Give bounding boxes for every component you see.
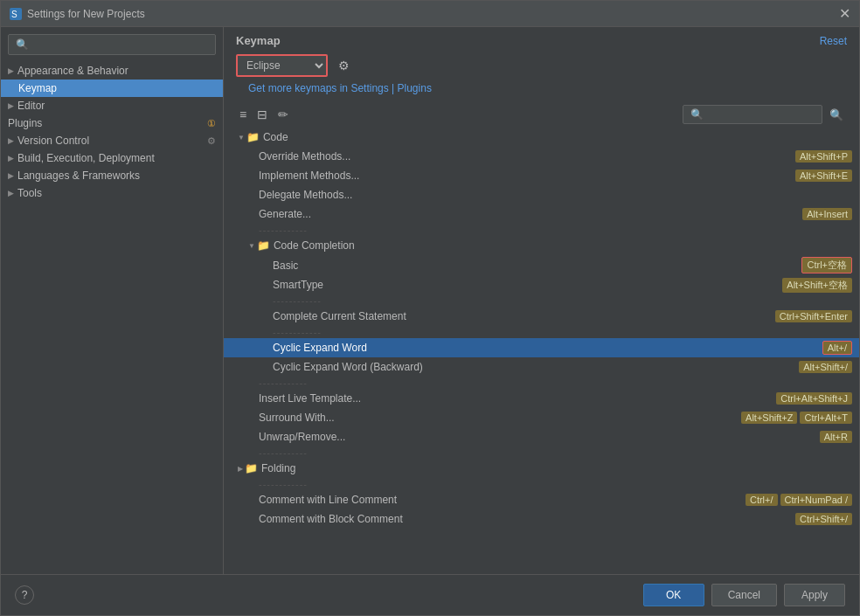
- tree-node-basic[interactable]: Basic Ctrl+空格: [224, 255, 859, 275]
- edit-shortcut-button[interactable]: ✏: [274, 106, 292, 123]
- node-label: Code: [263, 131, 852, 143]
- keymap-select-wrapper: Eclipse Default Emacs Sublime Text: [236, 54, 328, 77]
- sidebar-item-label: Tools: [17, 187, 42, 199]
- node-label: Insert Live Template...: [259, 392, 776, 405]
- node-label: Code Completion: [274, 239, 852, 252]
- reset-button[interactable]: Reset: [820, 35, 847, 47]
- node-label: Comment with Block Comment: [259, 513, 795, 525]
- expand-all-button[interactable]: ≡: [236, 106, 250, 123]
- expand-arrow-icon: ▼: [238, 134, 245, 142]
- shortcut-tags: Alt+R: [820, 431, 852, 443]
- sidebar-search-input[interactable]: [8, 34, 216, 55]
- expand-arrow-icon: ▶: [8, 189, 14, 197]
- vcs-settings-icon: ⚙: [207, 135, 216, 147]
- keymap-title: Keymap: [236, 34, 281, 47]
- shortcut-tags: Ctrl+Alt+Shift+J: [776, 392, 852, 405]
- tree-node-override-methods[interactable]: Override Methods... Alt+Shift+P: [224, 147, 859, 166]
- shortcut-badge: Ctrl+空格: [801, 257, 852, 273]
- shortcut-tags: Alt+Shift+E: [795, 170, 852, 182]
- sidebar-item-label: Languages & Frameworks: [17, 170, 140, 182]
- sidebar-item-version-control[interactable]: ▶ Version Control ⚙: [1, 132, 223, 149]
- folder-icon: 📁: [257, 239, 270, 252]
- tree-node-code[interactable]: ▼ 📁 Code: [224, 128, 859, 147]
- shortcut-badge: Alt+R: [820, 431, 852, 443]
- tree-node-folding[interactable]: ▶ 📁 Folding: [224, 459, 859, 478]
- node-label: Complete Current Statement: [273, 310, 775, 322]
- expand-arrow-icon: ▼: [248, 242, 255, 250]
- sidebar-item-plugins[interactable]: Plugins ①: [1, 114, 223, 132]
- apply-button[interactable]: Apply: [784, 584, 845, 606]
- sidebar-item-keymap[interactable]: Keymap: [1, 80, 223, 97]
- bottom-left: ?: [15, 585, 34, 605]
- sidebar-item-label: Build, Execution, Deployment: [17, 152, 155, 164]
- shortcut-badge: Alt+Shift+Z: [741, 412, 797, 424]
- node-label: Folding: [261, 462, 852, 474]
- tree-node-unwrap-remove[interactable]: Unwrap/Remove... Alt+R: [224, 427, 859, 446]
- get-more-keymaps-link[interactable]: Get more keymaps in Settings | Plugins: [236, 82, 444, 101]
- sidebar-item-label: Appearance & Behavior: [17, 65, 128, 77]
- sidebar-item-editor[interactable]: ▶ Editor: [1, 97, 223, 114]
- tree-node-code-completion[interactable]: ▼ 📁 Code Completion: [224, 236, 859, 255]
- tree-node-comment-line[interactable]: Comment with Line Comment Ctrl+/ Ctrl+Nu…: [224, 490, 859, 509]
- collapse-all-button[interactable]: ⊟: [253, 106, 271, 123]
- dialog-title: Settings for New Projects: [27, 8, 145, 20]
- sidebar-item-appearance[interactable]: ▶ Appearance & Behavior: [1, 62, 223, 80]
- node-label: Override Methods...: [259, 150, 795, 163]
- tree-node-complete-current[interactable]: Complete Current Statement Ctrl+Shift+En…: [224, 307, 859, 326]
- shortcut-badge: Ctrl+Alt+T: [800, 412, 852, 424]
- cancel-button[interactable]: Cancel: [711, 584, 777, 606]
- tree-node-comment-block[interactable]: Comment with Block Comment Ctrl+Shift+/: [224, 509, 859, 529]
- search-shortcut-button[interactable]: 🔍: [826, 107, 847, 123]
- expand-arrow-icon: ▶: [8, 136, 14, 145]
- shortcut-badge: Ctrl+Shift+/: [795, 513, 852, 525]
- keymap-search-input[interactable]: [683, 105, 822, 124]
- toolbar-row: ≡ ⊟ ✏ 🔍: [224, 101, 859, 128]
- tree-node-insert-live[interactable]: Insert Live Template... Ctrl+Alt+Shift+J: [224, 389, 859, 408]
- node-label: Basic: [273, 260, 801, 272]
- tree-node-implement-methods[interactable]: Implement Methods... Alt+Shift+E: [224, 166, 859, 185]
- ok-button[interactable]: OK: [643, 584, 704, 606]
- keymap-gear-button[interactable]: ⚙: [335, 57, 353, 74]
- plugins-badge: ①: [207, 118, 216, 129]
- separator: ------------: [224, 326, 859, 338]
- shortcut-badge: Ctrl+Shift+Enter: [775, 310, 852, 322]
- tree-node-generate[interactable]: Generate... Alt+Insert: [224, 204, 859, 224]
- separator: ------------: [224, 224, 859, 236]
- folder-icon: 📁: [246, 131, 260, 143]
- keymap-tree: ▼ 📁 Code Override Methods... Alt+Shift+P…: [224, 128, 859, 574]
- shortcut-tags: Ctrl+Shift+/: [795, 513, 852, 525]
- sidebar: ▶ Appearance & Behavior Keymap ▶ Editor …: [1, 27, 224, 574]
- sidebar-item-label: Editor: [17, 100, 45, 112]
- node-label: Cyclic Expand Word: [273, 342, 822, 354]
- separator: ------------: [224, 294, 859, 307]
- help-button[interactable]: ?: [15, 585, 34, 605]
- expand-arrow-icon: ▶: [8, 66, 14, 75]
- shortcut-badge: Alt+Shift+/: [799, 361, 852, 373]
- sidebar-item-tools[interactable]: ▶ Tools: [1, 184, 223, 202]
- tree-node-surround-with[interactable]: Surround With... Alt+Shift+Z Ctrl+Alt+T: [224, 408, 859, 427]
- shortcut-badge: Alt+/: [822, 341, 852, 355]
- search-right: 🔍: [683, 105, 847, 124]
- tree-node-cyclic-expand-back[interactable]: Cyclic Expand Word (Backward) Alt+Shift+…: [224, 357, 859, 377]
- shortcut-badge: Alt+Shift+空格: [782, 278, 852, 293]
- tree-node-smarttype[interactable]: SmartType Alt+Shift+空格: [224, 275, 859, 294]
- bottom-bar: ? OK Cancel Apply: [1, 574, 859, 615]
- shortcut-badge: Ctrl+NumPad /: [780, 494, 852, 506]
- node-label: Implement Methods...: [259, 170, 795, 182]
- shortcut-tags: Alt+Shift+/: [799, 361, 852, 373]
- sidebar-item-languages[interactable]: ▶ Languages & Frameworks: [1, 167, 223, 184]
- sidebar-item-build[interactable]: ▶ Build, Execution, Deployment: [1, 149, 223, 167]
- svg-text:S: S: [11, 10, 17, 19]
- keymap-select[interactable]: Eclipse Default Emacs Sublime Text: [238, 56, 326, 75]
- shortcut-badge: Alt+Shift+E: [795, 170, 852, 182]
- right-panel: Keymap Reset Eclipse Default Emacs Subli…: [224, 27, 859, 574]
- tree-node-delegate-methods[interactable]: Delegate Methods...: [224, 185, 859, 204]
- expand-arrow-icon: ▶: [238, 465, 243, 473]
- shortcut-tags: Ctrl+/ Ctrl+NumPad /: [746, 494, 852, 506]
- get-more-link-row: Get more keymaps in Settings | Plugins: [224, 82, 859, 101]
- node-label: Unwrap/Remove...: [259, 431, 820, 443]
- tree-node-cyclic-expand[interactable]: Cyclic Expand Word Alt+/: [224, 338, 859, 357]
- separator: ------------: [224, 446, 859, 459]
- close-button[interactable]: ✕: [839, 7, 850, 21]
- shortcut-tags: Alt+Insert: [802, 208, 852, 220]
